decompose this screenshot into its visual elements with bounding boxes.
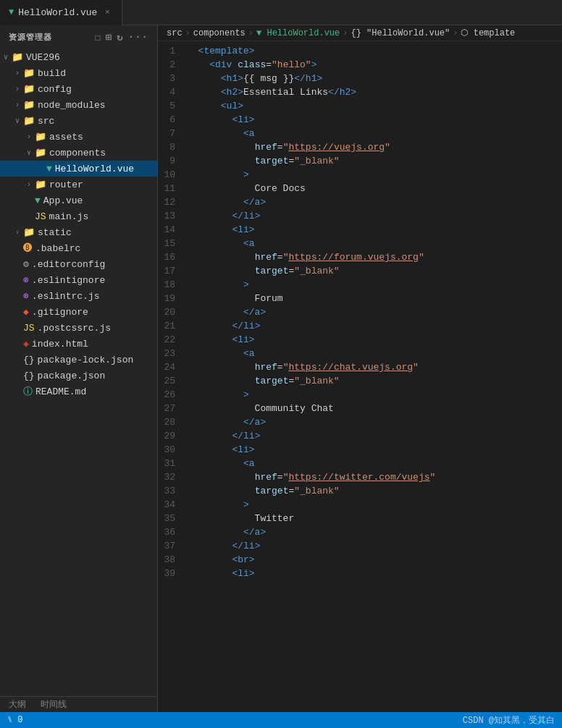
sidebar-item-config[interactable]: › 📁 config: [0, 81, 157, 97]
sidebar-item-components[interactable]: ∨ 📁 components: [0, 145, 157, 161]
code-line-17: 17 target="_blank": [158, 264, 562, 278]
code-line-28: 28 </a>: [158, 415, 562, 429]
more-icon[interactable]: ···: [128, 31, 148, 43]
line-num-8: 8: [158, 140, 187, 154]
code-line-7: 7 <a: [158, 127, 562, 140]
code-line-2: 2 <div class="hello">: [158, 58, 562, 72]
sidebar-item-router[interactable]: › 📁 router: [0, 177, 157, 192]
line-content-14: <li>: [187, 223, 562, 237]
folder-arrow-router: ›: [23, 181, 35, 189]
sidebar-item-indexhtml[interactable]: ◈ index.html: [0, 336, 157, 352]
line-content-1: <template>: [187, 44, 562, 58]
sidebar-item-postcss[interactable]: JS .postcssrc.js: [0, 320, 157, 336]
folder-icon-node: 📁: [23, 99, 35, 111]
line-num-23: 23: [158, 347, 187, 360]
line-num-18: 18: [158, 278, 187, 292]
code-line-13: 13 </li>: [158, 209, 562, 223]
sidebar-item-assets[interactable]: › 📁 assets: [0, 129, 157, 145]
line-content-5: <ul>: [187, 99, 562, 113]
new-folder-icon[interactable]: ⊞: [106, 31, 112, 43]
sidebar-item-mainjs[interactable]: JS main.js: [0, 208, 157, 224]
sidebar-item-editorconfig[interactable]: ⚙ .editorconfig: [0, 256, 157, 272]
sidebar-item-appvue[interactable]: ▼ App.vue: [0, 192, 157, 208]
line-num-12: 12: [158, 195, 187, 209]
breadcrumb-obj: {} "HelloWorld.vue": [351, 28, 450, 38]
sidebar-item-packagelock[interactable]: {} package-lock.json: [0, 352, 157, 368]
sidebar-header: 资源管理器 ☐ ⊞ ↻ ···: [0, 25, 157, 49]
code-line-9: 9 target="_blank": [158, 154, 562, 168]
code-line-24: 24 href="https://chat.vuejs.org": [158, 360, 562, 374]
sidebar-item-eslintignore[interactable]: ⊛ .eslintignore: [0, 272, 157, 288]
sidebar-label-components: components: [49, 148, 157, 158]
panel-tabs: 大纲 时间线: [0, 696, 157, 712]
new-file-icon[interactable]: ☐: [94, 31, 101, 43]
watermark-text: CSDN @知其黑，受其白: [463, 714, 555, 727]
sidebar-label-main: main.js: [49, 211, 157, 222]
sidebar: 资源管理器 ☐ ⊞ ↻ ··· ∨ 📁 VUE296 › 📁 build › 📁…: [0, 25, 158, 712]
sidebar-item-babelrc[interactable]: 🅑 .babelrc: [0, 240, 157, 256]
tab-close-button[interactable]: ×: [101, 7, 113, 18]
code-line-38: 38 <br>: [158, 553, 562, 567]
sidebar-item-static[interactable]: › 📁 static: [0, 224, 157, 240]
line-content-15: <a: [187, 237, 562, 250]
line-num-37: 37: [158, 539, 187, 553]
line-content-38: <br>: [187, 553, 562, 567]
git-icon: ◆: [23, 306, 29, 318]
code-line-25: 25 target="_blank": [158, 374, 562, 388]
status-left: ⑊ 0: [7, 715, 22, 725]
line-content-16: href="https://forum.vuejs.org": [187, 250, 562, 264]
sidebar-label-gitignore: .gitignore: [32, 307, 157, 318]
breadcrumb: src › components › ▼ HelloWorld.vue › {}…: [158, 25, 562, 41]
line-content-11: Core Docs: [187, 182, 562, 195]
code-line-30: 30 <li>: [158, 443, 562, 457]
editor-area: src › components › ▼ HelloWorld.vue › {}…: [158, 25, 562, 712]
tab-outline[interactable]: 大纲: [6, 698, 29, 711]
line-content-35: Twitter: [187, 512, 562, 525]
vue-icon-helloworld: ▼: [46, 164, 52, 174]
tab-label: HelloWorld.vue: [18, 7, 97, 18]
sidebar-item-gitignore[interactable]: ◆ .gitignore: [0, 304, 157, 320]
line-content-4: <h2>Essential Links</h2>: [187, 85, 562, 99]
line-num-17: 17: [158, 264, 187, 278]
sidebar-item-readme[interactable]: ⓘ README.md: [0, 384, 157, 399]
file-tab[interactable]: ▼ HelloWorld.vue ×: [0, 0, 122, 25]
sidebar-item-vue296[interactable]: ∨ 📁 VUE296: [0, 49, 157, 65]
code-line-19: 19 Forum: [158, 292, 562, 305]
code-line-20: 20 </a>: [158, 305, 562, 319]
breadcrumb-file: ▼ HelloWorld.vue: [256, 28, 340, 38]
sidebar-label-static: static: [38, 227, 157, 238]
tab-timeline[interactable]: 时间线: [38, 698, 70, 711]
line-num-13: 13: [158, 209, 187, 223]
line-content-20: </a>: [187, 305, 562, 319]
sidebar-item-build[interactable]: › 📁 build: [0, 65, 157, 81]
code-line-4: 4 <h2>Essential Links</h2>: [158, 85, 562, 99]
code-line-1: 1 <template>: [158, 44, 562, 58]
line-content-8: href="https://vuejs.org": [187, 140, 562, 154]
sidebar-item-packagejson[interactable]: {} package.json: [0, 368, 157, 384]
folder-arrow-static: ›: [12, 229, 23, 237]
sidebar-item-node-modules[interactable]: › 📁 node_modules: [0, 97, 157, 113]
line-content-27: Community Chat: [187, 402, 562, 415]
line-content-3: <h1>{{ msg }}</h1>: [187, 72, 562, 85]
line-num-19: 19: [158, 292, 187, 305]
line-content-25: target="_blank": [187, 374, 562, 388]
line-num-31: 31: [158, 457, 187, 470]
sidebar-item-helloworld[interactable]: ▼ HelloWorld.vue: [0, 161, 157, 177]
sidebar-label-editor: .editorconfig: [32, 259, 157, 270]
line-num-26: 26: [158, 388, 187, 402]
code-editor[interactable]: 1 <template> 2 <div class="hello"> 3 <h1…: [158, 41, 562, 712]
sidebar-label-router: router: [49, 179, 157, 190]
refresh-icon[interactable]: ↻: [117, 31, 123, 43]
line-content-37: </li>: [187, 539, 562, 553]
sidebar-item-src[interactable]: ∨ 📁 src: [0, 113, 157, 129]
vue-icon-app: ▼: [35, 195, 41, 206]
code-line-21: 21 </li>: [158, 319, 562, 333]
line-num-10: 10: [158, 168, 187, 182]
sidebar-item-eslintrc[interactable]: ⊛ .eslintrc.js: [0, 288, 157, 304]
code-line-8: 8 href="https://vuejs.org": [158, 140, 562, 154]
code-line-16: 16 href="https://forum.vuejs.org": [158, 250, 562, 264]
line-content-21: </li>: [187, 319, 562, 333]
code-line-33: 33 target="_blank": [158, 484, 562, 498]
line-num-15: 15: [158, 237, 187, 250]
line-content-34: >: [187, 498, 562, 512]
